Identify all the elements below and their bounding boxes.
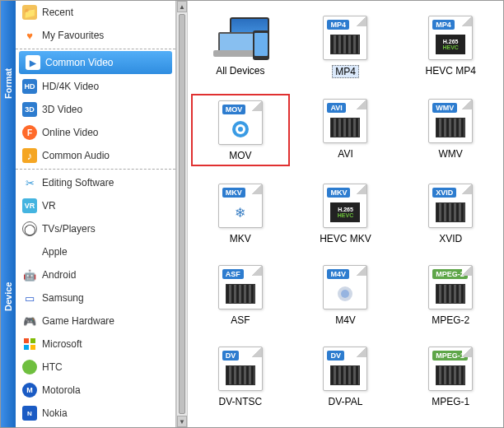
sidebar-item-samsung[interactable]: ▭Samsung	[16, 286, 175, 309]
hd-icon: HD	[22, 79, 37, 94]
sidebar-item-motorola[interactable]: MMotorola	[16, 379, 175, 402]
grid-item-m4v[interactable]: M4V M4V	[296, 260, 395, 329]
sidebar-item-label: VR	[42, 200, 56, 212]
sidebar-item-hd4k[interactable]: HDHD/4K Video	[16, 75, 175, 98]
sidebar-item-label: Microsoft	[42, 338, 82, 350]
sidebar-scrollbar[interactable]: ▲ ▼	[176, 1, 188, 427]
sidebar-item-editing[interactable]: ✂Editing Software	[16, 171, 175, 194]
samsung-icon: ▭	[22, 291, 37, 305]
svg-point-8	[341, 290, 349, 298]
grid-item-label: DV-PAL	[329, 396, 363, 407]
grid-item-label: AVI	[338, 148, 352, 160]
grid-item-label: XVID	[439, 233, 462, 244]
sidebar-item-common-video[interactable]: ▶Common Video	[19, 51, 172, 74]
sidebar-item-android[interactable]: 🤖Android	[16, 263, 175, 286]
grid-item-label: ASF	[231, 314, 250, 326]
grid-item-label: HEVC MP4	[425, 65, 475, 77]
sidebar-item-label: Recent	[42, 7, 73, 18]
scroll-down-icon[interactable]: ▼	[177, 416, 187, 427]
avi-icon: AVI	[316, 97, 374, 145]
svg-rect-3	[30, 345, 35, 350]
grid-item-mpeg2[interactable]: MPEG-2 MPEG-2	[401, 260, 500, 329]
grid-item-mov[interactable]: MOV MOV	[191, 94, 290, 166]
sidebar-item-label: Motorola	[42, 384, 81, 396]
tabs-vertical: Format Device	[1, 1, 16, 427]
sidebar-item-label: My Favourites	[42, 30, 104, 41]
dvntsc-icon: DV	[212, 345, 269, 393]
sidebar-item-online[interactable]: FOnline Video	[16, 121, 175, 144]
sidebar-item-lg[interactable]: LG	[16, 425, 175, 427]
grid-item-asf[interactable]: ASF ASF	[191, 260, 290, 329]
grid-item-hevc-mkv[interactable]: MKVH.265HEVC HEVC MKV	[296, 179, 395, 248]
sidebar-item-label: HD/4K Video	[42, 81, 99, 92]
m4v-icon: M4V	[316, 263, 374, 311]
android-icon: 🤖	[22, 268, 37, 282]
grid-item-label: WMV	[438, 148, 462, 160]
threeD-icon: 3D	[22, 102, 37, 117]
grid-item-label: MKV	[230, 233, 251, 244]
sidebar-item-label: Common Video	[45, 57, 114, 68]
grid-item-label: MP4	[332, 65, 359, 78]
grid-item-avi[interactable]: AVI AVI	[296, 94, 395, 166]
sidebar-item-label: Editing Software	[42, 177, 114, 188]
sidebar-item-vr[interactable]: VRVR	[16, 194, 175, 217]
vr-icon: VR	[22, 198, 37, 213]
sidebar-item-gamehw[interactable]: 🎮Game Hardware	[16, 309, 175, 333]
grid-item-label: DV-NTSC	[218, 396, 262, 407]
tv-icon: ◯	[22, 221, 37, 236]
gamepad-icon: 🎮	[22, 314, 37, 328]
online-icon: F	[22, 125, 37, 140]
all-devices-icon	[212, 14, 269, 62]
htc-icon	[22, 360, 37, 374]
sidebar-item-htc[interactable]: HTC	[16, 356, 175, 379]
heart-icon: ♥	[22, 28, 37, 43]
sidebar-item-apple[interactable]: Apple	[16, 240, 175, 263]
scroll-up-icon[interactable]: ▲	[177, 1, 187, 12]
sidebar-item-label: Samsung	[42, 292, 84, 304]
sidebar-separator	[16, 49, 175, 49]
grid-item-mkv[interactable]: MKV❄ MKV	[191, 179, 290, 248]
grid-item-dvpal[interactable]: DV DV-PAL	[296, 342, 395, 411]
grid-item-label: MOV	[229, 150, 251, 161]
nokia-icon: N	[22, 406, 37, 421]
recent-icon: 📁	[22, 5, 37, 20]
svg-rect-1	[30, 338, 35, 343]
tab-format[interactable]: Format	[1, 1, 16, 165]
mp4-icon: MP4	[316, 14, 374, 62]
mpeg2-icon: MPEG-2	[422, 263, 479, 311]
sidebar-item-label: Common Audio	[42, 150, 110, 161]
mkv-icon: MKV❄	[212, 182, 269, 230]
scroll-thumb[interactable]	[179, 14, 185, 414]
sidebar-item-recent[interactable]: 📁Recent	[16, 1, 175, 24]
sidebar: 📁Recent ♥My Favourites ▶Common Video HDH…	[16, 1, 176, 427]
sidebar-item-favourites[interactable]: ♥My Favourites	[16, 24, 175, 47]
grid-item-label: MPEG-2	[432, 314, 469, 326]
hevc-mp4-icon: MP4H.265HEVC	[422, 14, 479, 62]
sidebar-item-label: 3D Video	[42, 104, 82, 115]
svg-rect-0	[24, 338, 29, 343]
grid-item-mp4[interactable]: MP4 MP4	[296, 11, 395, 81]
xvid-icon: XVID	[422, 182, 479, 230]
audio-icon: ♪	[22, 148, 37, 163]
sidebar-item-3d[interactable]: 3D3D Video	[16, 98, 175, 121]
motorola-icon: M	[22, 383, 37, 398]
sidebar-item-audio[interactable]: ♪Common Audio	[16, 144, 175, 167]
format-grid: All Devices MP4 MP4 MP4H.265HEVC HEVC MP…	[188, 1, 503, 427]
grid-item-mpeg1[interactable]: MPEG-1 MPEG-1	[401, 342, 500, 411]
tab-device[interactable]: Device	[1, 165, 16, 427]
apple-icon	[22, 244, 37, 259]
grid-item-all-devices[interactable]: All Devices	[191, 11, 290, 81]
microsoft-icon	[22, 337, 37, 351]
grid-item-hevc-mp4[interactable]: MP4H.265HEVC HEVC MP4	[401, 11, 500, 81]
grid-item-xvid[interactable]: XVID XVID	[401, 179, 500, 248]
sidebar-item-nokia[interactable]: NNokia	[16, 402, 175, 425]
grid-item-dvntsc[interactable]: DV DV-NTSC	[191, 342, 290, 411]
sidebar-item-label: Online Video	[42, 127, 99, 138]
sidebar-item-label: TVs/Players	[42, 223, 96, 235]
sidebar-item-microsoft[interactable]: Microsoft	[16, 333, 175, 356]
sidebar-item-tvs[interactable]: ◯TVs/Players	[16, 217, 175, 240]
grid-item-label: All Devices	[216, 65, 264, 77]
grid-item-wmv[interactable]: WMV WMV	[401, 94, 500, 166]
grid-item-label: MPEG-1	[432, 396, 469, 407]
sidebar-item-label: Apple	[42, 246, 68, 258]
